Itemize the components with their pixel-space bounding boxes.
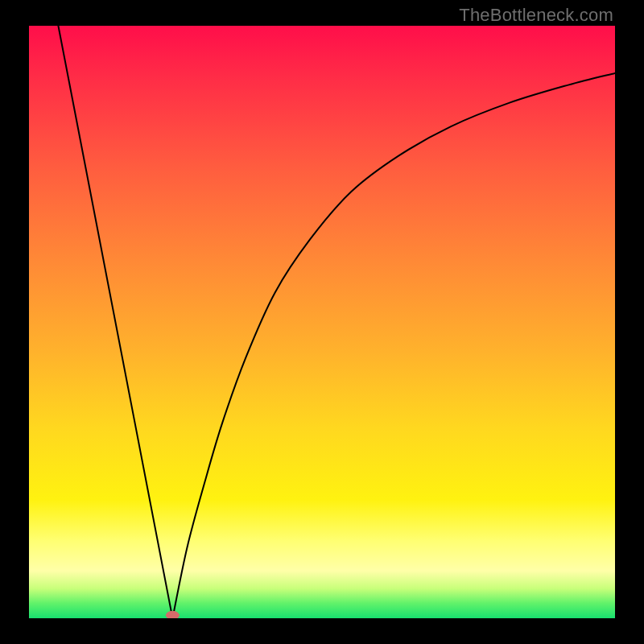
plot-area — [29, 26, 615, 618]
bottleneck-curve — [29, 26, 615, 618]
minimum-marker — [166, 611, 179, 618]
chart-frame: TheBottleneck.com — [0, 0, 644, 644]
watermark-text: TheBottleneck.com — [459, 5, 613, 26]
